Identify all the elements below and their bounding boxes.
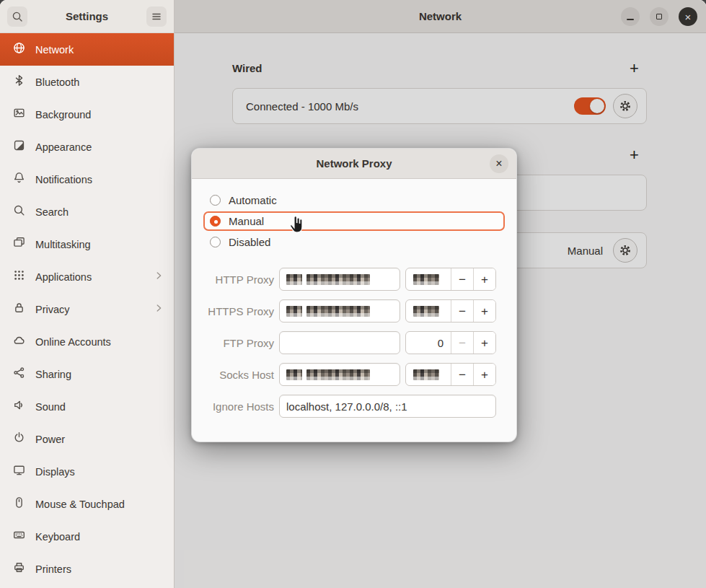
http-proxy-input[interactable] xyxy=(279,268,400,291)
sidebar-item-privacy[interactable]: Privacy xyxy=(0,293,174,325)
radio-label: Automatic xyxy=(229,194,277,206)
cloud-icon xyxy=(13,334,25,349)
network-globe-icon xyxy=(13,42,25,57)
display-icon xyxy=(13,464,25,479)
sidebar-item-notifications[interactable]: Notifications xyxy=(0,163,174,196)
http-port-increment-button[interactable]: + xyxy=(473,268,495,290)
sidebar-item-label: Online Accounts xyxy=(35,336,164,348)
ftp-port-value[interactable]: 0 xyxy=(406,332,451,354)
redacted-text xyxy=(413,274,439,285)
socks-port-increment-button[interactable]: + xyxy=(473,364,495,385)
chevron-right-icon xyxy=(154,303,164,316)
redacted-text xyxy=(286,274,302,285)
search-button[interactable] xyxy=(7,6,27,27)
radio-label: Manual xyxy=(229,215,264,227)
app-title: Settings xyxy=(33,10,141,22)
sidebar-item-appearance[interactable]: Appearance xyxy=(0,131,174,163)
proxy-option-manual[interactable]: Manual xyxy=(203,211,505,231)
ftp-proxy-input[interactable] xyxy=(279,331,400,354)
apps-grid-icon xyxy=(13,269,25,284)
sidebar-item-bluetooth[interactable]: Bluetooth xyxy=(0,66,174,98)
sidebar-item-mouse-touchpad[interactable]: Mouse & Touchpad xyxy=(0,488,174,520)
sidebar-item-displays[interactable]: Displays xyxy=(0,455,174,488)
search-icon xyxy=(12,11,23,22)
sidebar-item-label: Applications xyxy=(35,271,144,283)
dialog-title: Network Proxy xyxy=(316,157,392,170)
sidebar-item-label: Keyboard xyxy=(35,531,164,543)
dialog-close-button[interactable]: × xyxy=(490,154,508,173)
ftp-port-decrement-button[interactable]: − xyxy=(451,332,473,354)
ftp-port-increment-button[interactable]: + xyxy=(473,332,495,354)
https-port-value[interactable] xyxy=(406,300,451,322)
sidebar-item-label: Multitasking xyxy=(35,239,164,250)
http-port-spinbutton: − + xyxy=(405,268,496,291)
redacted-text xyxy=(306,306,370,317)
sidebar-item-label: Sound xyxy=(35,401,164,413)
field-label-ftp-proxy: FTP Proxy xyxy=(203,337,274,349)
socks-port-spinbutton: − + xyxy=(405,363,496,386)
network-proxy-dialog: Network Proxy × Automatic Manual Disable… xyxy=(191,148,517,442)
sidebar-item-background[interactable]: Background xyxy=(0,98,174,131)
bell-icon xyxy=(13,172,25,187)
background-icon xyxy=(13,107,25,122)
field-label-http-proxy: HTTP Proxy xyxy=(203,273,274,286)
socks-port-value[interactable] xyxy=(406,364,451,385)
sidebar-item-label: Mouse & Touchpad xyxy=(35,499,164,510)
redacted-text xyxy=(413,306,439,317)
radio-selected-icon xyxy=(210,216,221,227)
field-label-ignore-hosts: Ignore Hosts xyxy=(203,400,274,413)
sidebar-headerbar: Settings xyxy=(0,0,174,33)
proxy-form: HTTP Proxy − + HTTPS Proxy xyxy=(203,268,505,418)
ftp-port-spinbutton: 0 − + xyxy=(405,331,496,354)
lock-icon xyxy=(13,302,25,317)
radio-icon xyxy=(210,195,221,206)
printer-icon xyxy=(13,561,25,576)
main-area: Network × Wired + Connected - 1000 Mb/s … xyxy=(175,0,706,588)
redacted-text xyxy=(413,369,439,380)
sidebar-item-label: Sharing xyxy=(35,369,164,380)
socks-host-input[interactable] xyxy=(279,363,400,386)
sidebar-item-label: Displays xyxy=(35,466,164,478)
sidebar-item-sound[interactable]: Sound xyxy=(0,390,174,423)
sidebar-item-label: Background xyxy=(35,109,164,120)
sidebar-item-search[interactable]: Search xyxy=(0,196,174,228)
https-proxy-input[interactable] xyxy=(279,299,400,322)
dialog-body: Automatic Manual Disabled HTTP Proxy xyxy=(192,179,516,418)
sidebar-item-online-accounts[interactable]: Online Accounts xyxy=(0,325,174,358)
proxy-option-automatic[interactable]: Automatic xyxy=(203,190,505,210)
https-port-increment-button[interactable]: + xyxy=(473,300,495,322)
search-icon xyxy=(13,204,25,219)
redacted-text xyxy=(286,369,302,380)
field-label-socks-host: Socks Host xyxy=(203,369,274,381)
proxy-option-disabled[interactable]: Disabled xyxy=(203,232,505,252)
sidebar-item-power[interactable]: Power xyxy=(0,423,174,455)
sidebar-item-multitasking[interactable]: Multitasking xyxy=(0,228,174,260)
http-port-value[interactable] xyxy=(406,268,451,290)
socks-port-decrement-button[interactable]: − xyxy=(451,364,473,385)
sidebar-item-sharing[interactable]: Sharing xyxy=(0,358,174,390)
sidebar-item-applications[interactable]: Applications xyxy=(0,260,174,293)
sidebar-item-label: Bluetooth xyxy=(35,76,164,88)
ignore-hosts-input[interactable]: localhost, 127.0.0.0/8, ::1 xyxy=(279,395,496,418)
redacted-text xyxy=(306,274,370,285)
http-port-decrement-button[interactable]: − xyxy=(451,268,473,290)
sidebar-item-printers[interactable]: Printers xyxy=(0,553,174,585)
sidebar-item-label: Network xyxy=(35,44,164,56)
mouse-icon xyxy=(13,496,25,512)
speaker-icon xyxy=(13,399,25,414)
radio-label: Disabled xyxy=(229,236,270,248)
hamburger-menu-icon xyxy=(151,11,162,22)
https-port-decrement-button[interactable]: − xyxy=(451,300,473,322)
sidebar-item-network[interactable]: Network xyxy=(0,33,174,66)
menu-button[interactable] xyxy=(146,6,167,27)
share-icon xyxy=(13,367,25,382)
power-icon xyxy=(13,431,25,447)
keyboard-icon xyxy=(13,529,25,544)
sidebar-item-keyboard[interactable]: Keyboard xyxy=(0,520,174,553)
multitasking-icon xyxy=(13,237,25,252)
sidebar-item-label: Notifications xyxy=(35,174,164,185)
radio-icon xyxy=(210,237,221,247)
settings-window: Settings Network Bluetooth Background Ap… xyxy=(0,0,706,588)
https-port-spinbutton: − + xyxy=(405,299,496,322)
sidebar-list: Network Bluetooth Background Appearance … xyxy=(0,33,174,588)
